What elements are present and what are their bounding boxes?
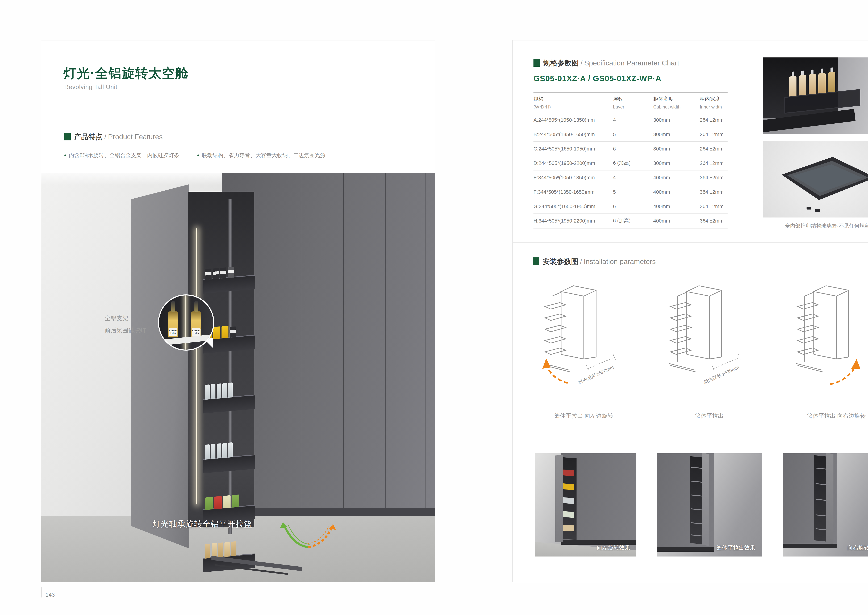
spec-heading-sep: / [579,59,584,67]
stored-item [205,497,213,510]
open-door [555,455,563,542]
feature-bullet: 联动结构、省力静音、大容量大收纳、二边氛围光源 [197,152,326,159]
col-header-zh: 层数 [613,96,653,103]
stored-item [213,268,219,279]
install-diagram-rotate-right [788,273,868,401]
open-tall-unit [690,456,703,544]
spec-table-cell: 6 (加高) [613,214,653,228]
stored-item [232,495,239,508]
effect-caption: 向右旋转效果 [847,544,868,552]
callout-text: 全铝支架 [105,314,128,322]
spec-table-cell: 300mm [653,113,700,127]
catalog-spread: 灯光·全铝旋转太空舱 Revolving Tall Unit 产品特点/Prod… [0,0,868,615]
cabinet-seam [425,173,426,517]
col-header-en: Cabinet width [653,104,700,110]
section-marker-icon [64,133,71,140]
spec-photo-pullout [763,58,868,134]
bottle-label: Corona Extra [192,328,200,336]
spec-table-row: A:244*505*(1050-1350)mm4300mm264 ±2mm [534,113,727,127]
spec-table-cell: 364 ±2mm [700,199,727,214]
stored-item [225,542,229,557]
basket-floor [786,162,868,195]
stored-item [222,383,227,398]
features-heading-sep: / [103,133,108,141]
spec-table-cell: 6 (加高) [613,156,653,170]
bottle-label-line2: Extra [194,332,199,334]
title-divider [41,113,435,113]
wireframe-cabinet-drawing [788,273,868,401]
cabinet-seam [343,173,344,517]
stored-item [213,326,220,339]
spec-table-cell: 364 ±2mm [700,185,727,199]
spec-photo-caption: 全内部榫卯结构玻璃篮·不见任何螺丝 [763,222,868,229]
spec-table-cell: G:344*505*(1650-1950)mm [534,199,613,214]
items [563,470,574,476]
page-number-tick [41,587,42,598]
spec-table-cell: H:344*505*(1950-2200)mm [534,214,613,228]
open-door [826,453,834,544]
effect-photo-rotate-right: 向右旋转效果 [783,453,868,557]
col-header-zh: 柜体宽度 [653,96,700,103]
open-tall-unit [561,457,576,540]
stored-item [205,444,210,460]
plinth [783,544,837,548]
col-header-inner-width: 柜内宽度 Inner width [700,92,727,113]
spec-table-cell: 264 ±2mm [700,156,727,170]
install-diagram-rotate-left: 柜内深度 ≥520mm [535,273,632,401]
hero-caption: 灯光轴承旋转全铝平开拉篮 [152,519,253,529]
spec-table-cell: 5 [613,127,653,142]
spec-table-cell: E:344*505*(1050-1350)mm [534,170,613,185]
spec-table-cell: 400mm [653,185,700,199]
right-page: 规格参数图/Specification Parameter Chart GS05… [512,40,868,582]
bottle [789,76,796,97]
install-heading-sep: / [578,258,584,265]
spec-heading-zh: 规格参数图 [543,59,579,67]
stored-item [231,541,236,556]
spec-table-cell: 6 [613,142,653,156]
features-heading-en: Product Features [108,133,163,141]
stored-item [228,442,233,457]
diagram-caption: 篮体平拉出 向左边旋转 [535,412,632,420]
items [563,484,574,490]
bottle [809,74,816,95]
hero-product-photo: Corona Extra Corona Extra 全铝支架 前后氛围硅胶灯 灯… [41,173,435,582]
col-header-en: (W*D*H) [534,104,613,110]
items [563,511,574,518]
stored-item [220,267,226,279]
bottle-label: Corona Extra [169,328,177,336]
section-marker-icon [533,258,539,265]
section-marker-icon [534,59,540,67]
spec-table-row: C:244*505*(1650-1950)mm6300mm264 ±2mm [534,142,727,156]
spec-table-cell: 5 [613,185,653,199]
stored-item [211,444,215,459]
install-diagram-pullout: 柜内深度 ≥520mm [661,273,758,401]
spec-table-cell: 6 [613,199,653,214]
features-heading: 产品特点/Product Features [74,132,163,142]
page-subtitle: Revolving Tall Unit [64,83,117,91]
spec-table-cell: D:244*505*(1950-2200)mm [534,156,613,170]
basket-items [205,382,233,400]
open-cabinet-door [131,184,189,556]
basket-items [205,442,233,460]
left-page: 灯光·全铝旋转太空舱 Revolving Tall Unit 产品特点/Prod… [41,40,435,582]
stored-item [222,326,228,338]
aluminium-pole [228,199,232,534]
stored-item [229,326,236,338]
spec-table-row: F:344*505*(1350-1650)mm5400mm364 ±2mm [534,185,727,199]
diagram-caption: 篮体平拉出 向右边旋转 [788,412,868,420]
led-light-strip [196,228,197,504]
beer-bottle: Corona Extra [168,311,178,337]
spec-heading-en: Specification Parameter Chart [584,59,679,67]
col-header-zh: 柜内宽度 [700,96,727,103]
stored-item [214,496,222,509]
open-door [702,453,709,546]
spec-table-cell: 364 ±2mm [700,214,727,228]
feature-bullet: 内含8轴承旋转、全铝合金支架、内嵌硅胶灯条 [64,152,180,159]
spec-table-cell: 264 ±2mm [700,127,727,142]
cabinet-seam [302,173,302,517]
spec-table-cell: 400mm [653,170,700,185]
items [563,497,574,504]
stored-item [222,443,227,458]
spec-table-row: E:344*505*(1050-1350)mm4400mm364 ±2mm [534,170,727,185]
basket-items [205,267,234,280]
